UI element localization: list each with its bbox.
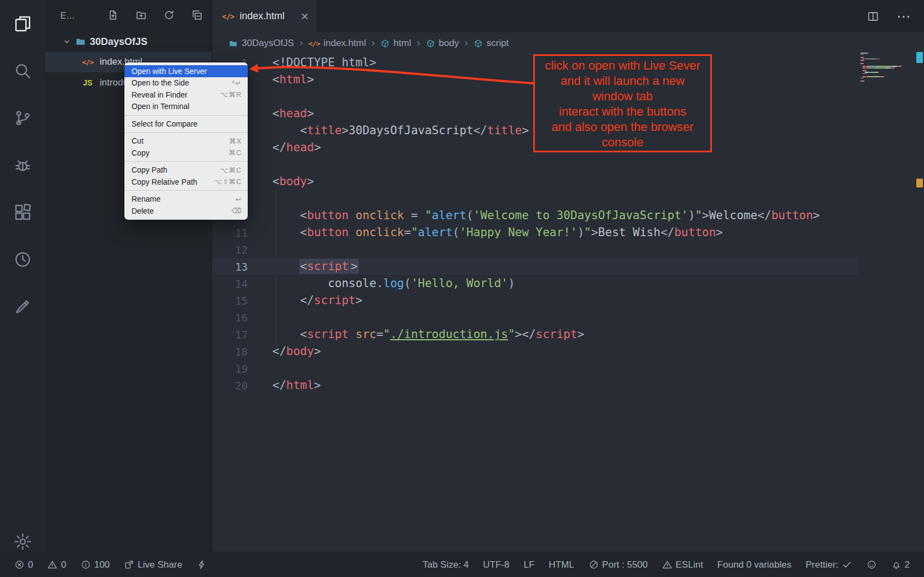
status-label: 2	[905, 559, 910, 570]
menu-item-cut[interactable]: Cut⌘X	[124, 135, 248, 147]
status-bar-right: Tab Size: 4UTF-8LFHTMLPort : 5500ESLintF…	[423, 559, 910, 570]
js-file-icon: JS	[81, 78, 94, 87]
activity-search-icon[interactable]	[0, 47, 45, 94]
status-bolt[interactable]	[197, 559, 207, 570]
breadcrumb-html[interactable]: html	[380, 38, 411, 49]
status-utf-8[interactable]: UTF-8	[483, 559, 509, 570]
line-number: 17	[212, 326, 248, 343]
status-2[interactable]: 2	[891, 559, 910, 570]
code-text: <script>	[248, 258, 358, 275]
warning-icon	[662, 559, 672, 570]
more-actions-icon[interactable]: ⋯	[897, 9, 912, 24]
menu-item-label: Open to the Side	[132, 78, 232, 87]
menu-separator	[124, 115, 248, 116]
line-number: 12	[212, 241, 248, 258]
menu-item-label: Copy Path	[132, 165, 220, 174]
annotation-text-line: console	[535, 135, 710, 150]
menu-item-copy[interactable]: Copy⌘C	[124, 147, 248, 159]
new-file-icon[interactable]	[107, 9, 119, 23]
status-lf[interactable]: LF	[523, 559, 534, 570]
refresh-icon[interactable]	[163, 9, 175, 23]
sidebar-title: E…	[60, 11, 107, 21]
status-prettier[interactable]: Prettier:	[806, 559, 852, 570]
menu-item-label: Copy Relative Path	[132, 178, 214, 186]
menu-item-reveal-in-finder[interactable]: Reveal in Finder⌥⌘R	[124, 89, 248, 101]
breadcrumb-label: script	[487, 38, 509, 49]
menu-separator	[124, 190, 248, 191]
activity-extensions-icon[interactable]	[0, 188, 45, 236]
status-eslint[interactable]: ESLint	[662, 559, 703, 570]
menu-item-shortcut: ⌫	[231, 207, 242, 215]
activity-source-control-icon[interactable]	[0, 94, 45, 141]
minimap[interactable]	[860, 53, 915, 82]
editor-toolbar: ⋯	[867, 0, 912, 32]
root-folder-label: 30DaysOfJS	[90, 36, 147, 48]
line-number: 18	[212, 343, 248, 360]
status-tab-size-4[interactable]: Tab Size: 4	[423, 559, 469, 570]
code-text	[248, 190, 272, 207]
cube-icon	[474, 39, 483, 48]
activity-explorer-icon[interactable]	[0, 0, 45, 47]
warning-icon	[47, 559, 58, 570]
status-0[interactable]: 0	[47, 559, 66, 570]
code-text: </head>	[248, 139, 321, 156]
menu-item-shortcut: ↩	[236, 195, 242, 203]
activity-bar	[0, 0, 45, 577]
tab-index-html[interactable]: </> index.html ×	[212, 0, 316, 32]
status-label: Found 0 variables	[717, 559, 791, 570]
line-number: 13	[212, 258, 248, 275]
html-icon: </>	[309, 39, 320, 48]
status-port-5500[interactable]: Port : 5500	[589, 559, 648, 570]
menu-item-copy-relative-path[interactable]: Copy Relative Path⌥⇧⌘C	[124, 176, 248, 188]
tree-item-root-folder[interactable]: 30DaysOfJS	[45, 32, 212, 52]
bolt-icon	[197, 559, 207, 570]
breadcrumb-separator-icon: ›	[464, 37, 467, 49]
split-editor-icon[interactable]	[867, 10, 879, 22]
status-0[interactable]: 0	[14, 559, 33, 570]
menu-item-select-for-compare[interactable]: Select for Compare	[124, 118, 248, 130]
menu-item-copy-path[interactable]: Copy Path⌥⌘C	[124, 164, 248, 176]
breadcrumb-label: 30DaysOfJS	[242, 38, 294, 49]
annotation-text-line: window tab	[535, 89, 710, 104]
activity-debug-icon[interactable]	[0, 141, 45, 188]
activity-pen-edit-icon[interactable]	[0, 283, 45, 330]
breadcrumb-separator-icon: ›	[372, 37, 375, 49]
menu-item-delete[interactable]: Delete⌫	[124, 205, 248, 217]
collapse-all-icon[interactable]	[191, 9, 203, 23]
menu-item-open-in-terminal[interactable]: Open in Terminal	[124, 101, 248, 113]
menu-item-rename[interactable]: Rename↩	[124, 193, 248, 205]
breadcrumb-30daysofjs[interactable]: 30DaysOfJS	[229, 38, 294, 49]
code-line-12: 12	[212, 241, 857, 258]
breadcrumb-script[interactable]: script	[474, 38, 509, 49]
status-html[interactable]: HTML	[549, 559, 574, 570]
status-live-share[interactable]: Live Share	[124, 559, 182, 570]
code-text	[248, 88, 272, 105]
code-line-20: 20</html>	[212, 377, 857, 394]
menu-item-label: Open with Live Server	[132, 67, 242, 76]
code-line-16: 16	[212, 309, 857, 326]
status-label: Prettier:	[806, 559, 839, 570]
cube-icon	[380, 39, 390, 48]
code-text: <title>30DaysOfJavaScript</title>	[248, 122, 529, 139]
code-text	[248, 360, 272, 377]
menu-item-label: Open in Terminal	[132, 102, 242, 111]
code-text: <button onclick="alert('Happy New Year!'…	[248, 224, 723, 241]
status-100[interactable]: 100	[81, 559, 110, 570]
code-text: <!DOCTYPE html>	[248, 54, 377, 71]
status-label: Live Share	[138, 559, 182, 570]
breadcrumb-body[interactable]: body	[426, 38, 459, 49]
code-text: <html>	[248, 71, 314, 88]
menu-item-open-with-live-server[interactable]: Open with Live Server	[124, 65, 248, 77]
close-icon[interactable]: ×	[301, 10, 309, 23]
new-folder-icon[interactable]	[135, 9, 147, 23]
breadcrumb-index-html[interactable]: </>index.html	[309, 38, 366, 49]
status-found-0-variables[interactable]: Found 0 variables	[717, 559, 791, 570]
code-text: <body>	[248, 173, 314, 190]
status-label: UTF-8	[483, 559, 509, 570]
port-icon	[589, 559, 599, 570]
status-smiley[interactable]	[866, 559, 877, 570]
check-icon	[842, 559, 852, 570]
activity-history-icon[interactable]	[0, 236, 45, 283]
menu-item-open-to-the-side[interactable]: Open to the Side^↵	[124, 77, 248, 89]
code-line-13: 13 <script>	[212, 258, 857, 275]
